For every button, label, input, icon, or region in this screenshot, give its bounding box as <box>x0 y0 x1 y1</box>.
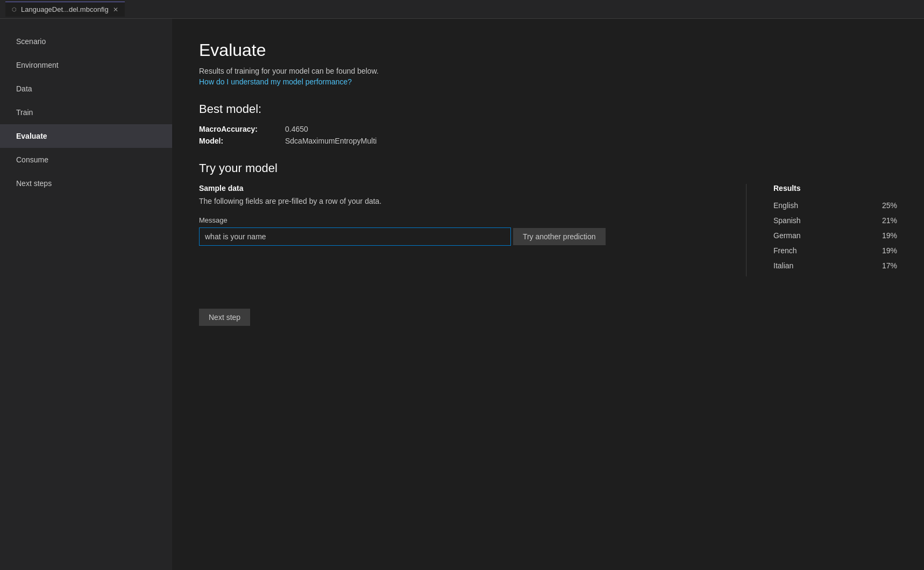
sidebar: Scenario Environment Data Train Evaluate… <box>0 19 172 570</box>
sample-data-title: Sample data <box>199 184 724 193</box>
pin-icon: ⬡ <box>12 6 17 12</box>
model-name-row: Model: SdcaMaximumEntropyMulti <box>199 137 897 145</box>
sidebar-item-evaluate[interactable]: Evaluate <box>0 124 172 148</box>
result-pct-french: 19% <box>882 246 897 255</box>
model-name-value: SdcaMaximumEntropyMulti <box>285 137 376 145</box>
sidebar-item-scenario[interactable]: Scenario <box>0 30 172 53</box>
try-model-title: Try your model <box>199 161 897 175</box>
macro-accuracy-row: MacroAccuracy: 0.4650 <box>199 125 897 133</box>
next-step-container: Next step <box>199 309 897 326</box>
try-prediction-button[interactable]: Try another prediction <box>513 228 606 245</box>
sidebar-item-data[interactable]: Data <box>0 77 172 101</box>
sample-data-desc: The following fields are pre-filled by a… <box>199 197 724 205</box>
message-input[interactable] <box>199 227 511 246</box>
close-icon[interactable]: ✕ <box>113 6 118 13</box>
tab-label: LanguageDet...del.mbconfig <box>21 5 109 13</box>
result-language-english: English <box>773 201 811 210</box>
results-section: Results English 25% Spanish 21% German 1… <box>747 184 897 276</box>
title-bar: ⬡ LanguageDet...del.mbconfig ✕ <box>0 0 924 19</box>
results-title: Results <box>773 184 897 193</box>
sidebar-item-environment[interactable]: Environment <box>0 53 172 77</box>
result-language-italian: Italian <box>773 261 811 270</box>
result-language-german: German <box>773 231 811 240</box>
sidebar-item-consume[interactable]: Consume <box>0 148 172 172</box>
main-layout: Scenario Environment Data Train Evaluate… <box>0 19 924 570</box>
next-step-button[interactable]: Next step <box>199 309 250 326</box>
result-row-french: French 19% <box>773 246 897 255</box>
result-pct-italian: 17% <box>882 261 897 270</box>
model-info: MacroAccuracy: 0.4650 Model: SdcaMaximum… <box>199 125 897 145</box>
message-label: Message <box>199 216 724 224</box>
result-pct-english: 25% <box>882 201 897 210</box>
content-area: Evaluate Results of training for your mo… <box>172 19 924 570</box>
file-tab[interactable]: ⬡ LanguageDet...del.mbconfig ✕ <box>5 2 125 17</box>
result-pct-spanish: 21% <box>882 216 897 225</box>
macro-accuracy-label: MacroAccuracy: <box>199 125 285 133</box>
result-language-spanish: Spanish <box>773 216 811 225</box>
sample-data-section: Sample data The following fields are pre… <box>199 184 747 276</box>
result-language-french: French <box>773 246 811 255</box>
sidebar-item-train[interactable]: Train <box>0 101 172 124</box>
result-pct-german: 19% <box>882 231 897 240</box>
model-name-label: Model: <box>199 137 285 145</box>
macro-accuracy-value: 0.4650 <box>285 125 308 133</box>
try-model-container: Sample data The following fields are pre… <box>199 184 897 276</box>
help-link[interactable]: How do I understand my model performance… <box>199 77 352 86</box>
result-row-english: English 25% <box>773 201 897 210</box>
result-row-spanish: Spanish 21% <box>773 216 897 225</box>
result-row-italian: Italian 17% <box>773 261 897 270</box>
subtitle-text: Results of training for your model can b… <box>199 67 897 75</box>
sidebar-item-next-steps[interactable]: Next steps <box>0 172 172 195</box>
page-title: Evaluate <box>199 40 897 60</box>
best-model-title: Best model: <box>199 102 897 116</box>
result-row-german: German 19% <box>773 231 897 240</box>
